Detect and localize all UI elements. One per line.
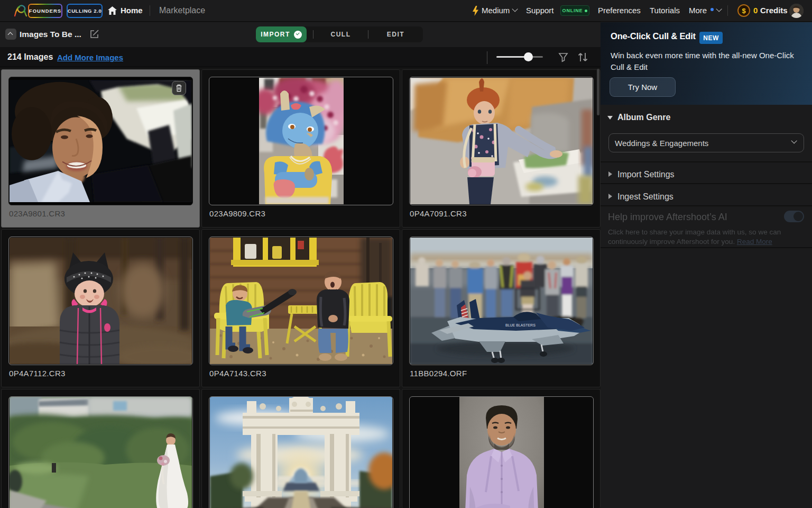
svg-text:BLUE BLASTERS: BLUE BLASTERS	[505, 323, 536, 327]
